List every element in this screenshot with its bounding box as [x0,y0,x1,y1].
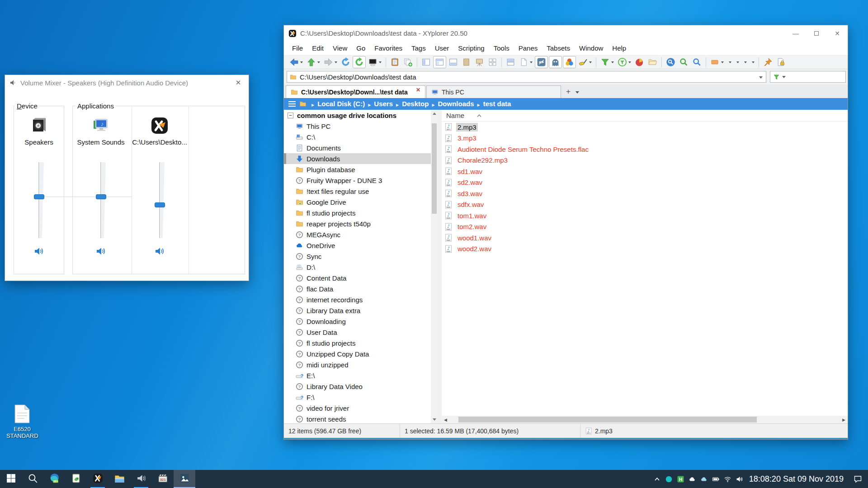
tree-item-unzipped-copy-data[interactable]: ?Unzipped Copy Data [284,348,431,359]
dropdown-caret-icon[interactable] [729,61,731,63]
pane-splitter[interactable] [438,110,442,423]
list-horizontal-scrollbar[interactable]: ◄ ► [442,416,848,423]
tray-tray-hwinfo-icon[interactable]: H [675,470,687,488]
h-scrollbar-thumb[interactable] [458,417,757,422]
tree-item-internet-recordings[interactable]: ?internet recordings [284,294,431,305]
visual-filter-button[interactable] [599,56,615,68]
tree-scrollbar[interactable] [431,110,438,423]
tree-item-megasync[interactable]: ?MEGAsync [284,229,431,240]
tab-close-icon[interactable]: ✕ [416,87,420,93]
tree-item-flac-data[interactable]: ?flac Data [284,283,431,294]
color-filter-button[interactable] [563,56,576,68]
tree-section-header[interactable]: −common usage drive locations [284,110,431,121]
menu-file[interactable]: File [288,41,307,56]
tree-item-documents[interactable]: Documents [284,142,431,153]
refresh-tab-button[interactable] [353,56,366,68]
menu-help[interactable]: Help [608,41,631,56]
format-painter-button[interactable] [577,56,593,68]
file-row-audiotent-diode-serum-techno-presets-flac[interactable]: ♪M4AAudiotent Diode Serum Techno Presets… [442,144,848,155]
dropdown-caret-icon[interactable] [317,61,320,63]
breadcrumb-segment[interactable]: Users [374,100,393,108]
minimize-button[interactable]: — [785,25,806,41]
file-row-chorale292-mp3[interactable]: ♪MP3Chorale292.mp3 [442,155,848,166]
breadcrumb-folder-icon[interactable] [299,100,307,108]
tray-tray-cloud-icon[interactable] [687,470,698,488]
menu-scripting[interactable]: Scripting [453,41,489,56]
taskbar-volume-mixer-app-button[interactable] [130,470,152,488]
back-button[interactable] [288,56,304,68]
tree-item-user-data[interactable]: ?User Data [284,327,431,338]
tray-hidden-icons-icon[interactable] [651,470,663,488]
menu-edit[interactable]: Edit [307,41,328,56]
menu-view[interactable]: View [328,41,352,56]
tree-item-downloads[interactable]: Downloads [284,153,431,164]
tree-item-library-data-extra[interactable]: ?Library Data extra [284,305,431,316]
tray-tray-cloud-sync-icon[interactable] [698,470,710,488]
tag-blue-button[interactable] [749,61,756,64]
file-row-wood1-wav[interactable]: ♪WAVwood1.wav [442,232,848,244]
taskbar-clock[interactable]: 18:08:20 Sat 09 Nov 2019 [745,474,848,484]
tree-item-onedrive[interactable]: OneDrive [284,240,431,251]
dropdown-caret-icon[interactable] [736,61,739,63]
pane-layout-2-button[interactable] [433,56,446,68]
menu-favorites[interactable]: Favorites [370,41,407,56]
search-names-button[interactable] [678,56,690,68]
pane-layout-1-button[interactable] [420,56,432,68]
tree-item-this-pc[interactable]: This PC [284,121,431,131]
address-input[interactable]: C:\Users\Desktop\Downloads\test data [287,71,766,83]
tag-red-button[interactable] [741,61,748,64]
file-row-sd3-wav[interactable]: ♪WAVsd3.wav [442,188,848,199]
close-button[interactable]: ✕ [827,25,848,41]
hamburger-menu-icon[interactable] [288,100,296,108]
mute-button[interactable] [154,246,165,257]
tree-item-fl-studio-projects[interactable]: ?fl studio projects [284,338,431,348]
taskbar-edge-button[interactable]: DEV [43,470,65,488]
breadcrumb-segment[interactable]: Desktop [402,100,429,108]
find-files-button[interactable] [691,56,703,68]
dropdown-caret-icon[interactable] [530,61,533,63]
dropdown-caret-icon[interactable] [379,61,382,63]
forward-button[interactable] [322,56,339,68]
tab-1[interactable]: C:\Users\Desktop\Downl...\test data✕ [286,85,425,98]
menu-panes[interactable]: Panes [514,41,542,56]
file-row-sdfx-wav[interactable]: ♪WAVsdfx.wav [442,199,848,211]
tag-green-button[interactable] [726,61,733,64]
taskbar-search-button[interactable] [22,470,43,488]
copy-here-button[interactable] [402,56,414,68]
tree-item-content-data[interactable]: ?Content Data [284,272,431,283]
scroll-down-icon[interactable] [433,418,436,421]
desktop-icon-e6520[interactable]: E6520 STANDARD [6,404,38,439]
slider-handle[interactable] [34,194,44,199]
taskbar-photos-button[interactable] [174,470,195,488]
taskbar-file-explorer-button[interactable] [108,470,130,488]
live-filter-button[interactable] [665,56,677,68]
tray-tray-teal-app-icon[interactable] [663,470,675,488]
action-center-button[interactable] [848,470,867,488]
tree-item-downloading[interactable]: ?Downloading [284,316,431,327]
menu-tools[interactable]: Tools [489,41,514,56]
tray-network-icon[interactable] [722,470,734,488]
pin-location-button[interactable] [762,56,774,68]
mixer-titlebar[interactable]: Volume Mixer - Speakers (High Definition… [5,75,249,90]
taskbar-notepad-plus-plus-button[interactable] [65,470,87,488]
split-horizontal-button[interactable] [505,56,517,68]
tray-volume-icon[interactable] [734,470,745,488]
collapse-icon[interactable]: − [288,113,293,118]
taskbar-start-button[interactable] [0,470,22,488]
file-row-sd2-wav[interactable]: ♪WAVsd2.wav [442,177,848,188]
dropdown-caret-icon[interactable] [335,61,337,63]
tray-battery-icon[interactable] [710,470,722,488]
filter-dropdown-icon[interactable] [782,76,786,78]
tree-item-c[interactable]: C:\ [284,131,431,142]
filter-input[interactable] [770,71,846,83]
dropdown-caret-icon[interactable] [628,61,631,63]
file-row-tom2-wav[interactable]: ♪WAVtom2.wav [442,221,848,233]
tree-item-e[interactable]: ?E:\ [284,370,431,381]
slider-handle[interactable] [155,202,165,207]
volume-slider[interactable] [32,162,46,238]
dropdown-caret-icon[interactable] [752,61,755,63]
menu-tabsets[interactable]: Tabsets [542,41,575,56]
menu-tags[interactable]: Tags [407,41,430,56]
taskbar-xyplorer-button[interactable] [87,470,108,488]
mute-button[interactable] [33,246,44,257]
